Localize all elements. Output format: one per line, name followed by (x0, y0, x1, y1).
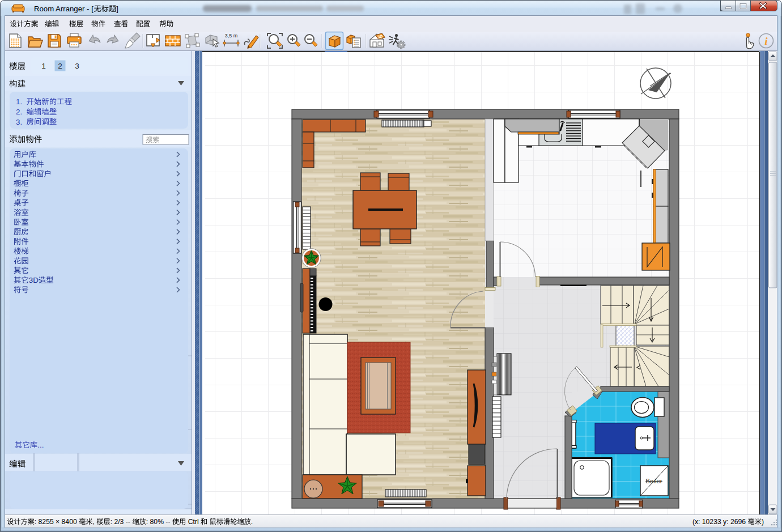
svg-text:1: 1 (41, 62, 46, 70)
svg-text:: 80% --: : 80% -- (146, 518, 172, 526)
svg-text:,: , (93, 518, 97, 526)
svg-text:]: ] (116, 5, 118, 13)
svg-text:(x: 10233 y: 2696: (x: 10233 y: 2696 (692, 518, 748, 526)
svg-text:3D: 3D (29, 276, 39, 284)
svg-text:1.: 1. (16, 97, 27, 106)
svg-text:): ) (762, 518, 764, 526)
svg-text:: 2/3 --: : 2/3 -- (110, 518, 133, 526)
svg-text:2.: 2. (16, 108, 27, 116)
svg-text:2: 2 (58, 62, 62, 70)
svg-text:Room Arranger - [: Room Arranger - [ (34, 5, 94, 13)
svg-text:: 8255 × 8400: : 8255 × 8400 (35, 518, 79, 526)
svg-text:Ctrl: Ctrl (186, 518, 201, 526)
svg-text:Boiler: Boiler (645, 478, 662, 484)
svg-text:3,5 m: 3,5 m (225, 33, 238, 39)
svg-text:3: 3 (75, 62, 79, 70)
svg-text:...: ... (37, 441, 44, 449)
svg-text:i: i (764, 35, 768, 47)
svg-text:.: . (251, 518, 253, 526)
svg-text:3.: 3. (16, 118, 27, 126)
